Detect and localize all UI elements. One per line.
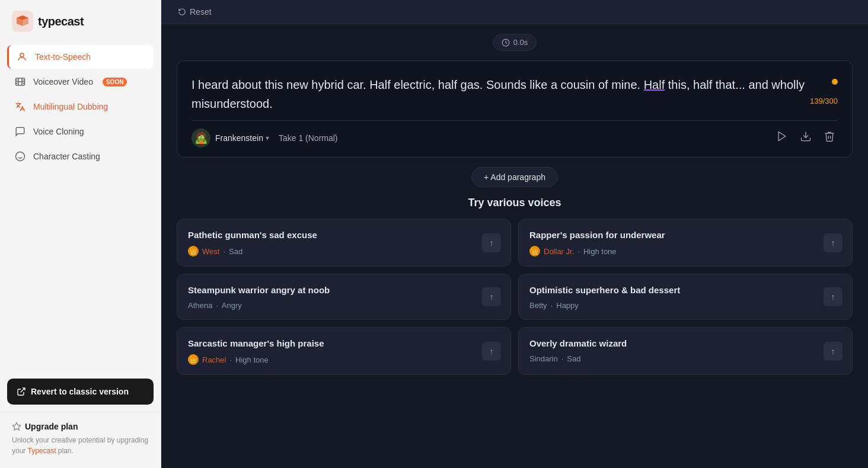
sidebar-navigation: Text-to-Speech Voiceover Video SOON Mult…: [0, 40, 161, 371]
voice-card-2-play-button[interactable]: ↑: [824, 233, 843, 252]
sidebar-item-voiceover-label: Voiceover Video: [33, 77, 93, 86]
svg-point-1: [20, 53, 24, 57]
premium-icon: 👑: [188, 246, 199, 257]
voice-card-5-meta: 👑 Rachel · High tone: [188, 354, 500, 365]
voice-card-4-play-button[interactable]: ↑: [824, 287, 843, 306]
timer-value: 0.0s: [513, 38, 528, 47]
voice-card-2-meta: 👑 Dollar Jr. · High tone: [529, 246, 841, 257]
translate-icon: [14, 101, 26, 113]
upgrade-description: Unlock your creative potential by upgrad…: [12, 435, 149, 456]
sidebar-item-cloning-label: Voice Cloning: [33, 127, 84, 136]
sidebar-item-dubbing[interactable]: Multilingual Dubbing: [7, 95, 154, 118]
voice-card-4-character: Betty: [529, 301, 547, 310]
voice-card-6-play-button[interactable]: ↑: [824, 342, 843, 361]
voice-card-1-separator: ·: [223, 247, 225, 256]
character-name[interactable]: Frankenstein ▾: [215, 133, 269, 143]
sidebar: typecast Text-to-Speech Voiceover Video …: [0, 0, 161, 468]
voices-section-title: Try various voices: [177, 197, 853, 209]
voice-card-1-mood: Sad: [229, 247, 242, 256]
voice-card-4-meta: Betty · Happy: [529, 301, 841, 310]
orange-indicator: [832, 79, 838, 85]
upgrade-section: Upgrade plan Unlock your creative potent…: [0, 412, 161, 468]
revert-classic-button[interactable]: Revert to classic version: [7, 379, 154, 405]
star-icon: [12, 422, 21, 431]
svg-marker-9: [778, 132, 786, 141]
voice-card-5-play-button[interactable]: ↑: [482, 342, 501, 361]
voices-section: Try various voices Pathetic gunman's sad…: [177, 197, 853, 375]
editor-text[interactable]: I heard about this new hybrid car. Half …: [192, 75, 838, 113]
voice-card-5-title: Sarcastic manager's high praise: [188, 338, 500, 348]
film-icon: [14, 76, 26, 88]
sidebar-item-casting[interactable]: Character Casting: [7, 145, 154, 168]
voice-card-6-meta: Sindarin · Sad: [529, 354, 841, 363]
editor-footer: 🧟 Frankenstein ▾ Take 1 (Normal): [192, 120, 838, 148]
premium-icon-5: 👑: [188, 354, 199, 365]
voice-card-6-character: Sindarin: [529, 354, 558, 363]
external-link-icon: [17, 387, 26, 396]
upgrade-title-label: Upgrade plan: [25, 422, 78, 431]
voice-card-2-mood: High tone: [583, 247, 617, 256]
voice-card-5[interactable]: Sarcastic manager's high praise 👑 Rachel…: [177, 327, 511, 375]
editor-card: I heard about this new hybrid car. Half …: [177, 60, 853, 158]
sidebar-item-tts-label: Text-to-Speech: [35, 52, 91, 62]
editor-actions: [774, 128, 838, 148]
voice-card-3[interactable]: Steampunk warrior angry at noob Athena ·…: [177, 274, 511, 320]
voice-card-6[interactable]: Overly dramatic wizard Sindarin · Sad ↑: [518, 327, 853, 375]
voice-card-5-character: Rachel: [202, 355, 226, 364]
voice-card-1-title: Pathetic gunman's sad excuse: [188, 230, 500, 240]
delete-button[interactable]: [821, 128, 838, 148]
sidebar-item-tts[interactable]: Text-to-Speech: [7, 45, 154, 69]
voice-card-3-separator: ·: [216, 301, 218, 310]
voice-card-5-separator: ·: [229, 355, 232, 364]
voice-card-2-title: Rapper's passion for underwear: [529, 230, 841, 240]
voice-card-3-meta: Athena · Angry: [188, 301, 500, 310]
voice-card-1-character: West: [202, 247, 219, 256]
voice-card-4[interactable]: Optimistic superhero & bad dessert Betty…: [518, 274, 853, 320]
reset-icon: [178, 8, 186, 16]
voice-card-6-separator: ·: [561, 354, 564, 363]
soon-badge: SOON: [103, 78, 127, 86]
sidebar-item-dubbing-label: Multilingual Dubbing: [33, 102, 108, 111]
voice-card-1-play-button[interactable]: ↑: [482, 233, 501, 252]
svg-marker-7: [12, 422, 20, 430]
reset-button[interactable]: Reset: [173, 5, 216, 19]
char-count: 139/300: [810, 97, 838, 105]
main-content: Reset 0.0s I heard about this new hybrid…: [161, 0, 868, 468]
person-icon: [16, 51, 28, 63]
download-button[interactable]: [797, 128, 814, 148]
sidebar-item-cloning[interactable]: Voice Cloning: [7, 120, 154, 143]
take-label: Take 1 (Normal): [279, 133, 338, 143]
typecast-brand-link[interactable]: Typecast: [27, 447, 56, 455]
clock-icon: [502, 39, 510, 47]
logo: typecast: [0, 0, 161, 40]
content-area: 0.0s I heard about this new hybrid car. …: [161, 24, 868, 468]
logo-text: typecast: [38, 15, 84, 28]
premium-icon-2: 👑: [529, 246, 540, 257]
chat-icon: [14, 126, 26, 137]
top-bar: Reset: [161, 0, 868, 24]
voice-card-4-title: Optimistic superhero & bad dessert: [529, 285, 841, 295]
upgrade-title[interactable]: Upgrade plan: [12, 422, 149, 431]
face-icon: [14, 150, 26, 162]
voice-card-5-mood: High tone: [235, 355, 269, 364]
voice-card-3-character: Athena: [188, 301, 212, 310]
voice-card-1[interactable]: Pathetic gunman's sad excuse 👑 West · Sa…: [177, 219, 511, 267]
reset-label: Reset: [190, 7, 212, 17]
sidebar-item-casting-label: Character Casting: [33, 152, 100, 161]
voice-card-1-meta: 👑 West · Sad: [188, 246, 500, 257]
underlined-word: Half: [644, 78, 665, 91]
voice-card-2[interactable]: Rapper's passion for underwear 👑 Dollar …: [518, 219, 853, 267]
add-paragraph-label: + Add paragraph: [484, 172, 545, 182]
character-avatar: 🧟: [192, 129, 210, 148]
voice-card-2-character: Dollar Jr.: [544, 247, 574, 256]
voice-card-3-play-button[interactable]: ↑: [482, 287, 501, 306]
sidebar-item-voiceover[interactable]: Voiceover Video SOON: [7, 70, 154, 94]
typecast-logo-icon: [12, 11, 33, 32]
voice-card-3-mood: Angry: [222, 301, 242, 310]
add-paragraph-button[interactable]: + Add paragraph: [471, 167, 558, 187]
character-info: 🧟 Frankenstein ▾ Take 1 (Normal): [192, 129, 338, 148]
svg-line-6: [21, 388, 25, 392]
voice-card-4-mood: Happy: [556, 301, 579, 310]
svg-point-3: [16, 152, 25, 161]
play-button[interactable]: [774, 128, 790, 148]
